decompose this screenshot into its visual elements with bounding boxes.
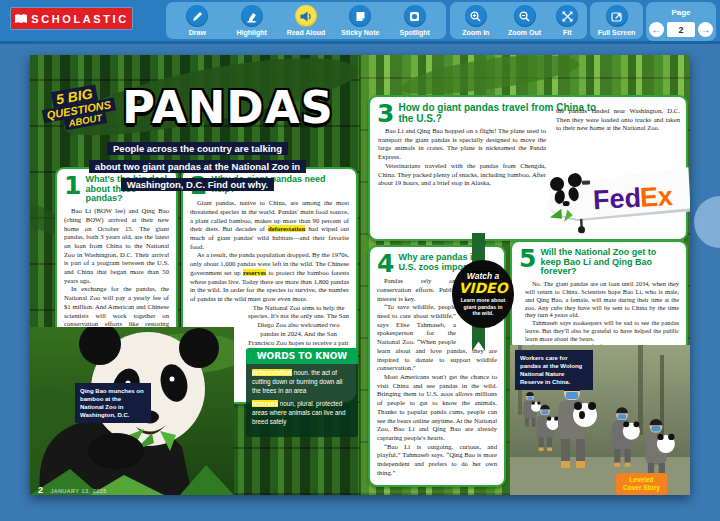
magazine-spread: 5 BIG QUESTIONS ABOUT PANDAS People acro… (30, 55, 690, 495)
question-3-body-right: the pandas landed near Washington, D.C. … (556, 107, 680, 133)
previous-page-button[interactable]: ← (649, 22, 664, 37)
question-3-number: 3 (377, 103, 394, 124)
logo-text: SCHOLASTIC (31, 13, 129, 25)
page-title: PANDAS (122, 81, 360, 134)
question-1-body: Bao Li (BOW lee) and Qing Bao (ching BOW… (64, 207, 169, 346)
zoom-out-button[interactable]: Zoom Out (502, 2, 548, 36)
caption-right: Workers care for pandas at the Wolong Na… (515, 350, 593, 390)
video-description: Learn more about giant pandas in the wil… (459, 297, 507, 317)
toolbar: SCHOLASTIC Draw Highlight Read Aloud Sti… (0, 0, 720, 41)
page-fold (359, 55, 361, 495)
spotlight-button[interactable]: Spotlight (392, 2, 438, 36)
highlight-label: Highlight (236, 29, 266, 36)
fit-label: Fit (563, 29, 572, 36)
question-card-5: 5 Will the National Zoo get to keep Bao … (510, 240, 688, 352)
badge-line-1: Leveled (629, 476, 653, 483)
words-to-know-title: WORDS TO KNOW (246, 348, 358, 364)
spotlight-label: Spotlight (399, 29, 429, 36)
fullscreen-group: Full Screen (590, 2, 643, 39)
fit-icon (561, 10, 574, 23)
subtitle-line-3: Washington, D.C. Find out why. (121, 178, 274, 191)
question-5-number: 5 (519, 248, 536, 269)
full-screen-icon (610, 10, 623, 23)
draw-label: Draw (189, 29, 206, 36)
page-number-input[interactable] (667, 22, 695, 37)
question-5-title: Will the National Zoo get to keep Bao Li… (540, 248, 679, 277)
leveled-cover-story-badge[interactable]: Leveled Cover Story (616, 473, 667, 495)
next-page-button[interactable]: → (698, 22, 713, 37)
page-right: 3 How do giant pandas travel from China … (360, 55, 690, 495)
page-footer: 2 JANUARY 13, 2025 (38, 479, 107, 495)
issue-date: JANUARY 13, 2025 (50, 488, 106, 494)
zoom-in-label: Zoom In (462, 29, 489, 36)
vocab-word-deforestation[interactable]: deforestation (268, 225, 305, 232)
highlighter-icon (245, 10, 258, 23)
app-window: SCHOLASTIC Draw Highlight Read Aloud Sti… (0, 0, 720, 521)
zoom-out-label: Zoom Out (508, 29, 541, 36)
question-3-body-left: Bao Li and Qing Bao hopped on a flight! … (378, 127, 546, 188)
sticky-note-label: Sticky Note (341, 29, 379, 36)
read-aloud-button[interactable]: Read Aloud (283, 2, 329, 36)
speaker-icon (299, 10, 312, 23)
video-line-2: VIDEO (458, 281, 507, 295)
zoom-in-icon (469, 10, 482, 23)
sticky-note-icon (354, 10, 367, 23)
words-to-know-box: WORDS TO KNOW deforestation noun. the ac… (246, 348, 358, 437)
next-page-hotspot[interactable] (694, 196, 720, 248)
vocab-term-reserves[interactable]: reserves (252, 400, 278, 407)
zoom-tool-group: Zoom In Zoom Out Fit (450, 2, 587, 39)
badge-line-2: Cover Story (623, 484, 660, 491)
fedex-plane-photo: Fed Ex (543, 151, 690, 249)
zoom-out-icon (518, 10, 531, 23)
pencil-icon (191, 10, 204, 23)
full-screen-label: Full Screen (598, 29, 636, 36)
spotlight-icon (408, 10, 421, 23)
page-left: 5 BIG QUESTIONS ABOUT PANDAS People acro… (30, 55, 360, 495)
subtitle-line-1: People across the country are talking (107, 142, 288, 155)
highlight-button[interactable]: Highlight (229, 2, 275, 36)
book-icon (14, 13, 28, 25)
subtitle-line-2: about two giant pandas at the National Z… (89, 160, 306, 173)
vocab-word-reserves[interactable]: reserves (243, 269, 266, 276)
subtitle: People across the country are talking ab… (45, 138, 350, 192)
sticky-note-button[interactable]: Sticky Note (337, 2, 383, 36)
page-navigation: Page ← → (646, 2, 716, 41)
fit-button[interactable]: Fit (552, 2, 582, 36)
read-aloud-label: Read Aloud (287, 29, 326, 36)
watch-video-button[interactable]: Watch a VIDEO Learn more about giant pan… (452, 260, 514, 328)
fedex-logo-fed: Fed (592, 183, 642, 215)
annotation-tool-group: Draw Highlight Read Aloud Sticky Note Sp… (166, 2, 446, 39)
question-4-number: 4 (377, 253, 394, 274)
caption-left: Qing Bao munches on bamboo at the Nation… (75, 383, 151, 423)
scholastic-logo[interactable]: SCHOLASTIC (11, 8, 132, 29)
full-screen-button[interactable]: Full Screen (592, 2, 642, 36)
zoom-in-button[interactable]: Zoom In (455, 2, 497, 36)
page-label: Page (671, 8, 690, 17)
folio-page-number: 2 (38, 485, 43, 495)
fedex-logo-ex: Ex (639, 181, 674, 213)
draw-button[interactable]: Draw (174, 2, 220, 36)
vocab-term-deforestation[interactable]: deforestation (252, 369, 292, 376)
